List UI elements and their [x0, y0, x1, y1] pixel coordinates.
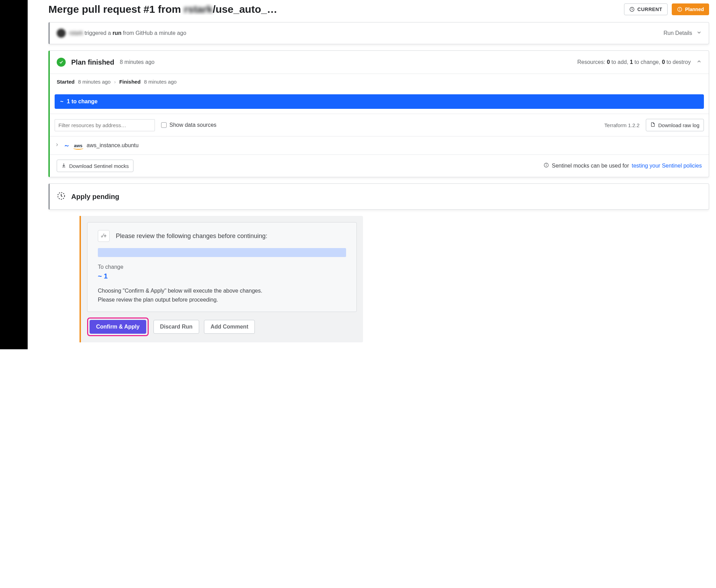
to-change-count: ~ 1 [98, 272, 346, 280]
page-title: Merge pull request #1 from rstark/use_au… [48, 3, 620, 15]
clock-icon [629, 7, 635, 12]
banner-text: 1 to change [67, 98, 97, 105]
add-comment-button[interactable]: Add Comment [204, 320, 255, 334]
current-label: CURRENT [638, 7, 662, 12]
checkbox-icon [161, 122, 167, 128]
action-row: Confirm & Apply Discard Run Add Comment [87, 317, 357, 336]
download-sentinel-button[interactable]: Download Sentinel mocks [57, 160, 133, 172]
svg-point-4 [546, 164, 547, 164]
filter-row: Show data sources Terraform 1.2.2 Downlo… [50, 114, 709, 136]
avatar [57, 29, 66, 38]
alert-icon [677, 7, 682, 12]
to-change-label: To change [98, 264, 346, 270]
trigger-username: rstark [69, 30, 83, 36]
current-button[interactable]: CURRENT [624, 3, 668, 15]
callout-line-1: Choosing "Confirm & Apply" below will ex… [98, 286, 346, 295]
run-details-toggle[interactable]: Run Details [663, 30, 702, 37]
download-log-label: Download raw log [658, 122, 699, 128]
callout-line-2: Please review the plan output before pro… [98, 295, 346, 304]
title-org-blur: rstark [184, 3, 213, 15]
apply-card: Apply pending [48, 183, 709, 210]
svg-point-2 [679, 10, 680, 11]
change-banner[interactable]: ~ 1 to change [55, 94, 704, 109]
sentinel-row: Download Sentinel mocks Sentinel mocks c… [50, 154, 709, 177]
plan-card: Plan finished 8 minutes ago Resources: 0… [48, 50, 709, 177]
pending-clock-icon [57, 191, 66, 202]
apply-title: Apply pending [71, 193, 119, 201]
chevron-down-icon [696, 30, 702, 37]
file-icon [650, 122, 655, 128]
highlight-ring: Confirm & Apply [87, 317, 149, 336]
show-data-sources-label: Show data sources [169, 122, 216, 128]
review-callout: -⁄+ Please review the following changes … [80, 216, 363, 342]
trigger-text: rstark triggered a run from GitHub a min… [69, 30, 660, 36]
plan-summary: Resources: 0 to add, 1 to change, 0 to d… [577, 59, 691, 65]
terraform-version: Terraform 1.2.2 [604, 122, 640, 128]
plan-timing-row: Started 8 minutes ago › Finished 8 minut… [50, 74, 709, 89]
left-sidebar [0, 0, 28, 349]
tilde-icon: ~ [60, 98, 63, 105]
filter-input[interactable] [55, 119, 155, 131]
redacted-strip [98, 248, 346, 257]
run-details-label: Run Details [663, 30, 692, 36]
plan-time: 8 minutes ago [120, 59, 155, 65]
title-suffix: /use_auto_… [213, 3, 277, 15]
page-header: Merge pull request #1 from rstark/use_au… [48, 3, 709, 15]
info-icon [543, 162, 549, 169]
main-content: Merge pull request #1 from rstark/use_au… [28, 0, 716, 349]
download-icon [61, 163, 66, 169]
check-circle-icon [57, 58, 66, 67]
title-prefix: Merge pull request #1 from [48, 3, 184, 15]
chevron-right-icon [55, 142, 59, 149]
trigger-card: rstark triggered a run from GitHub a min… [48, 22, 709, 44]
review-panel: -⁄+ Please review the following changes … [87, 222, 357, 312]
review-heading: Please review the following changes befo… [116, 233, 267, 240]
aws-provider-badge: aws [74, 143, 83, 148]
sentinel-info: Sentinel mocks can be used for testing y… [543, 162, 702, 169]
plus-minus-icon: -⁄+ [98, 230, 110, 242]
resource-name: aws_instance.ubuntu [87, 142, 139, 149]
chevron-up-icon[interactable] [696, 59, 702, 66]
download-sentinel-label: Download Sentinel mocks [69, 163, 129, 169]
plan-title: Plan finished [71, 58, 114, 66]
plan-header: Plan finished 8 minutes ago Resources: 0… [50, 51, 709, 74]
planned-button[interactable]: Planned [672, 3, 709, 15]
confirm-apply-button[interactable]: Confirm & Apply [90, 320, 146, 334]
resource-row[interactable]: ～ aws aws_instance.ubuntu [50, 136, 709, 154]
planned-label: Planned [685, 7, 704, 12]
download-log-button[interactable]: Download raw log [646, 119, 704, 131]
show-data-sources-toggle[interactable]: Show data sources [161, 122, 216, 128]
sentinel-policies-link[interactable]: testing your Sentinel policies [632, 163, 702, 169]
discard-run-button[interactable]: Discard Run [154, 320, 199, 334]
tilde-icon: ～ [64, 141, 70, 150]
